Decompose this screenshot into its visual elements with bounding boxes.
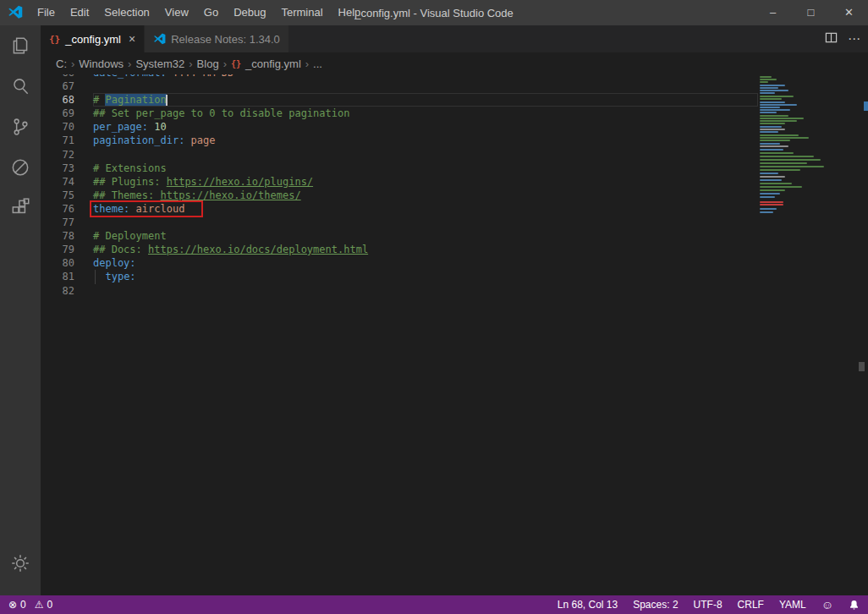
chevron-right-icon: › [128, 58, 131, 70]
cursor-position[interactable]: Ln 68, Col 13 [558, 599, 618, 611]
tab-config-yml[interactable]: {} _config.yml × [41, 25, 144, 52]
code-token: date_format: [93, 74, 173, 79]
minimap-line [760, 126, 782, 128]
minimap-line [760, 156, 814, 157]
code-token: theme: [93, 203, 129, 215]
code-token: YYYY-MM-DD [173, 74, 233, 79]
vscode-window: File Edit Selection View Go Debug Termin… [0, 0, 868, 614]
notifications-bell-icon[interactable] [849, 600, 860, 611]
tab-release-notes[interactable]: Release Notes: 1.34.0 [144, 25, 288, 52]
line-number: 76 [41, 202, 93, 216]
minimap-line [760, 129, 785, 130]
line-number: 69 [41, 107, 93, 120]
minimap-line [760, 183, 792, 184]
line-number: 71 [41, 134, 93, 147]
breadcrumb-system32[interactable]: System32 [135, 58, 184, 70]
code-line[interactable]: ## Docs: https://hexo.io/docs/deployment… [93, 243, 758, 256]
tab-label: Release Notes: 1.34.0 [171, 33, 280, 46]
code-token: # Deployment [93, 230, 167, 242]
minimap[interactable] [758, 74, 856, 595]
search-icon[interactable] [0, 66, 41, 107]
minimap-line [760, 179, 782, 181]
code-area[interactable]: date_format: YYYY-MM-DD# Pagination## Se… [93, 74, 758, 595]
code-token: https://hexo.io/docs/deployment.html [148, 244, 368, 255]
breadcrumb-file[interactable]: _config.yml [245, 58, 301, 70]
menu-selection[interactable]: Selection [96, 0, 157, 25]
source-control-icon[interactable] [0, 107, 41, 147]
gutter: 6667686970717273747576777879808182 [41, 74, 93, 595]
code-token: ## Plugins: [93, 176, 167, 188]
line-number: 80 [41, 256, 93, 270]
vscode-logo-icon [8, 5, 23, 20]
code-line[interactable] [93, 216, 758, 229]
problems-status[interactable]: ⊗ 0 ⚠ 0 [8, 599, 52, 611]
maximize-button[interactable]: □ [792, 0, 830, 25]
code-line[interactable]: ## Themes: https://hexo.io/themes/ [93, 189, 758, 202]
minimap-line [760, 87, 778, 89]
encoding[interactable]: UTF-8 [694, 599, 722, 611]
menu-file[interactable]: File [30, 0, 63, 25]
menu-help[interactable]: Help [331, 0, 369, 25]
breadcrumb-windows[interactable]: Windows [79, 58, 124, 70]
code-line[interactable]: # Extensions [93, 162, 758, 175]
language-mode[interactable]: YAML [779, 599, 806, 611]
minimap-line [760, 186, 802, 188]
eol-sequence[interactable]: CRLF [738, 599, 764, 611]
window-controls: – □ ✕ [754, 0, 868, 25]
scrollbar-marker[interactable] [859, 362, 865, 371]
line-number: 77 [41, 216, 93, 229]
minimap-line [760, 85, 785, 86]
menu-go[interactable]: Go [196, 0, 226, 25]
minimap-line [760, 112, 777, 113]
menu-debug[interactable]: Debug [226, 0, 273, 25]
code-line[interactable]: ## Set per_page to 0 to disable paginati… [93, 107, 758, 120]
tab-close-icon[interactable]: × [129, 32, 135, 46]
menu-view[interactable]: View [157, 0, 196, 25]
feedback-smiley-icon[interactable]: ☺ [821, 598, 833, 611]
minimap-line [760, 104, 797, 106]
code-line[interactable]: per_page: 10 [93, 120, 758, 134]
close-button[interactable]: ✕ [830, 0, 868, 25]
minimap-line [760, 204, 783, 206]
more-actions-icon[interactable]: ⋯ [848, 31, 861, 47]
overview-ruler[interactable] [858, 74, 868, 595]
settings-gear-icon[interactable] [0, 543, 41, 584]
menu-terminal[interactable]: Terminal [273, 0, 330, 25]
code-line[interactable] [93, 284, 758, 298]
code-lines: date_format: YYYY-MM-DD# Pagination## Se… [93, 74, 758, 298]
error-icon: ⊗ [8, 599, 17, 611]
line-number: 78 [41, 229, 93, 243]
minimap-line [760, 98, 782, 100]
code-line[interactable]: # Deployment [93, 229, 758, 243]
breadcrumb-symbol[interactable]: ... [313, 58, 322, 70]
line-number: 73 [41, 162, 93, 175]
code-line[interactable]: pagination_dir: page [93, 134, 758, 147]
code-line[interactable]: ## Plugins: https://hexo.io/plugins/ [93, 175, 758, 189]
code-line[interactable]: deploy: [93, 256, 758, 270]
code-token: https://hexo.io/themes/ [160, 189, 300, 201]
menu-edit[interactable]: Edit [63, 0, 96, 25]
indentation[interactable]: Spaces: 2 [633, 599, 678, 611]
tab-bar: {} _config.yml × Release Notes: 1.34.0 ⋯ [41, 25, 868, 52]
chevron-right-icon: › [223, 58, 227, 70]
code-line[interactable] [93, 79, 758, 93]
minimap-line [760, 92, 775, 94]
breadcrumb-drive[interactable]: C: [56, 58, 67, 70]
code-line[interactable] [93, 148, 758, 162]
split-editor-icon[interactable] [825, 31, 838, 47]
code-line[interactable]: type: [93, 270, 758, 283]
code-line[interactable]: theme: aircloud [93, 202, 758, 216]
chevron-right-icon: › [305, 58, 309, 70]
code-token: # Extensions [93, 162, 167, 174]
extensions-icon[interactable] [0, 188, 41, 228]
debug-icon[interactable] [0, 147, 41, 188]
minimize-button[interactable]: – [754, 0, 792, 25]
minimap-line [760, 109, 790, 111]
code-line[interactable]: # Pagination [93, 93, 758, 107]
explorer-icon[interactable] [0, 25, 41, 66]
breadcrumb-blog[interactable]: Blog [197, 58, 219, 70]
minimap-line [760, 173, 778, 174]
minimap-line [760, 211, 773, 213]
code-token: 10 [154, 121, 166, 133]
editor[interactable]: 6667686970717273747576777879808182 date_… [41, 74, 868, 595]
